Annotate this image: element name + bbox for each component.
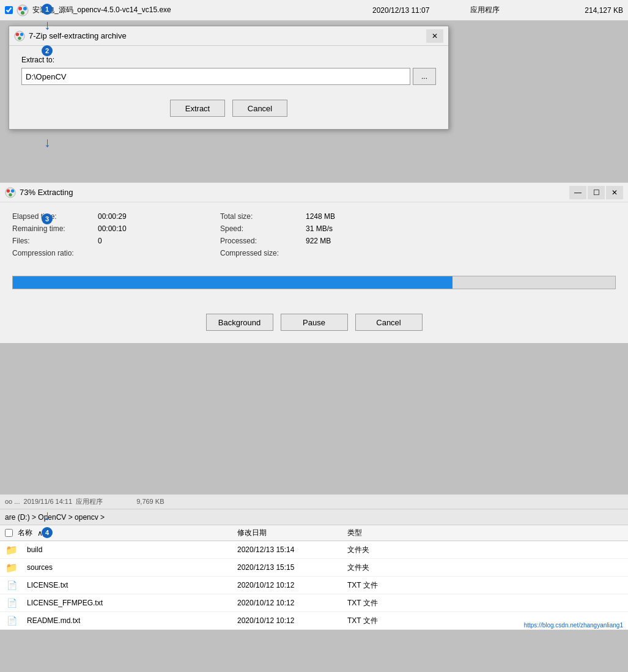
file-icon: 📄 — [5, 596, 18, 610]
compression-value — [98, 249, 220, 257]
remaining-value: 00:00:10 — [98, 224, 220, 233]
arrow1-icon: ↓ — [44, 17, 51, 33]
filename: 安装包_源码_opencv-4.5.0-vc14_vc15.exe — [32, 5, 372, 15]
list-item: 📁build2020/12/13 15:14文件夹 — [0, 541, 628, 559]
file-icon: 📄 — [5, 578, 18, 592]
sevenzip-icon — [17, 4, 29, 17]
svg-point-1 — [18, 7, 22, 10]
progress-body: Elapsed time: 00:00:29 Total size: 1248 … — [0, 202, 628, 343]
cancel-button[interactable]: Cancel — [232, 100, 287, 117]
file-date: 2020/10/12 10:12 — [237, 581, 347, 589]
speed-value: 31 MB/s — [306, 224, 428, 233]
breadcrumb-text: are (D:) > OpenCV > opencv > — [5, 513, 105, 522]
extract-label: Extract to: — [21, 56, 436, 64]
csdn-link[interactable]: https://blog.csdn.net/zhangyanliang1 — [524, 622, 623, 629]
progress-titlebar: 73% Extracting — ☐ ✕ — [0, 183, 628, 202]
file-name[interactable]: 📄LICENSE_FFMPEG.txt — [5, 596, 237, 610]
file-checkbox[interactable] — [5, 6, 13, 14]
extract-button[interactable]: Extract — [170, 100, 225, 117]
file-icon: 📄 — [5, 614, 18, 627]
processed-value: 922 MB — [306, 237, 428, 245]
column-headers: 名称 ∧ 修改日期 类型 — [0, 525, 628, 541]
file-type: TXT 文件 — [347, 580, 421, 591]
file-list: 📁build2020/12/13 15:14文件夹📁sources2020/12… — [0, 541, 628, 630]
arrow2-icon: ↓ — [44, 135, 51, 150]
total-size-value: 1248 MB — [306, 212, 428, 221]
list-item: 📁sources2020/12/13 15:15文件夹 — [0, 559, 628, 577]
file-type: 文件夹 — [347, 545, 421, 555]
step4-badge: 4 — [42, 527, 55, 538]
file-name[interactable]: 📁build — [5, 543, 237, 556]
step3-badge: 3 — [42, 213, 55, 224]
file-name[interactable]: 📁sources — [5, 561, 237, 574]
total-size-label: Total size: — [220, 212, 306, 221]
browse-button[interactable]: ... — [413, 68, 436, 85]
file-size: 214,127 KB — [544, 6, 623, 15]
file-date: 2020/12/13 11:07 — [372, 6, 470, 15]
elapsed-value: 00:00:29 — [98, 212, 220, 221]
file-name[interactable]: 📄README.md.txt — [5, 614, 237, 627]
dialog1-buttons: Extract Cancel — [21, 95, 436, 119]
background-button[interactable]: Background — [206, 314, 273, 331]
dialog1-title: 7-Zip self-extracting archive — [29, 31, 425, 40]
arrow3-icon: ↓ — [44, 508, 51, 523]
file-date: 2020/12/13 15:15 — [237, 563, 347, 572]
progress-minimize-button[interactable]: — — [569, 186, 586, 199]
progress-maximize-button[interactable]: ☐ — [588, 186, 605, 199]
files-value: 0 — [98, 237, 220, 245]
col-date-header[interactable]: 修改日期 — [237, 528, 347, 538]
file-type: 文件夹 — [347, 563, 421, 573]
svg-point-9 — [7, 189, 10, 192]
file-manager-row: 安装包_源码_opencv-4.5.0-vc14_vc15.exe 2020/1… — [0, 0, 628, 21]
progress-close-button[interactable]: ✕ — [606, 186, 623, 199]
list-item: 📄LICENSE_FFMPEG.txt2020/10/12 10:12TXT 文… — [0, 594, 628, 612]
col-type-header[interactable]: 类型 — [347, 528, 421, 538]
dialog1-titlebar: 7-Zip self-extracting archive ✕ — [9, 26, 448, 46]
step1-badge: 1 — [42, 4, 55, 15]
file-date: 2020/10/12 10:12 — [237, 616, 347, 625]
files-label: Files: — [12, 237, 98, 245]
progress-dialog: 73% Extracting — ☐ ✕ Elapsed time: 00:00… — [0, 182, 628, 343]
file-type: TXT 文件 — [347, 616, 421, 626]
compressed-size-value — [306, 249, 428, 257]
file-type: TXT 文件 — [347, 598, 421, 608]
svg-point-5 — [16, 32, 19, 35]
progress-bar-fill — [13, 276, 453, 289]
progress-cancel-button[interactable]: Cancel — [355, 314, 423, 331]
svg-point-10 — [11, 189, 14, 192]
elapsed-label: Elapsed time: — [12, 212, 98, 221]
col-name-header[interactable]: 名称 ∧ — [5, 528, 237, 538]
list-item: 📄LICENSE.txt2020/10/12 10:12TXT 文件 — [0, 577, 628, 594]
pause-button[interactable]: Pause — [281, 314, 348, 331]
col-name-label: 名称 — [18, 528, 32, 538]
step2-badge: 2 — [42, 45, 55, 56]
speed-label: Speed: — [220, 224, 306, 233]
dialog1-body: Extract to: ... Extract Cancel — [9, 46, 448, 129]
progress-logo — [5, 187, 16, 198]
svg-point-7 — [18, 36, 21, 39]
remaining-label: Remaining time: — [12, 224, 98, 233]
folder-icon: 📁 — [5, 561, 18, 574]
folder-icon: 📁 — [5, 543, 18, 556]
extract-row: ... — [21, 68, 436, 85]
svg-point-3 — [21, 11, 24, 15]
progress-bar-container — [12, 276, 616, 289]
background-strip-text: oo ... 2019/11/6 14:11 应用程序 9,769 KB — [5, 497, 164, 506]
dialog1-close-button[interactable]: ✕ — [426, 29, 443, 43]
breadcrumb: are (D:) > OpenCV > opencv > — [0, 509, 628, 525]
info-grid: Elapsed time: 00:00:29 Total size: 1248 … — [12, 212, 616, 257]
compressed-size-label: Compressed size: — [220, 249, 306, 257]
dialog1-logo — [14, 31, 25, 42]
compression-label: Compression ratio: — [12, 249, 98, 257]
svg-point-6 — [20, 32, 23, 35]
extract-dialog: 7-Zip self-extracting archive ✕ Extract … — [9, 26, 449, 130]
file-manager-panel: oo ... 2019/11/6 14:11 应用程序 9,769 KB are… — [0, 494, 628, 630]
svg-point-11 — [9, 193, 12, 196]
file-type: 应用程序 — [470, 5, 544, 15]
file-date: 2020/10/12 10:12 — [237, 599, 347, 607]
extract-path-input[interactable] — [21, 68, 410, 85]
file-name[interactable]: 📄LICENSE.txt — [5, 578, 237, 592]
select-all-checkbox[interactable] — [5, 529, 13, 537]
processed-label: Processed: — [220, 237, 306, 245]
progress-title: 73% Extracting — [20, 188, 568, 197]
